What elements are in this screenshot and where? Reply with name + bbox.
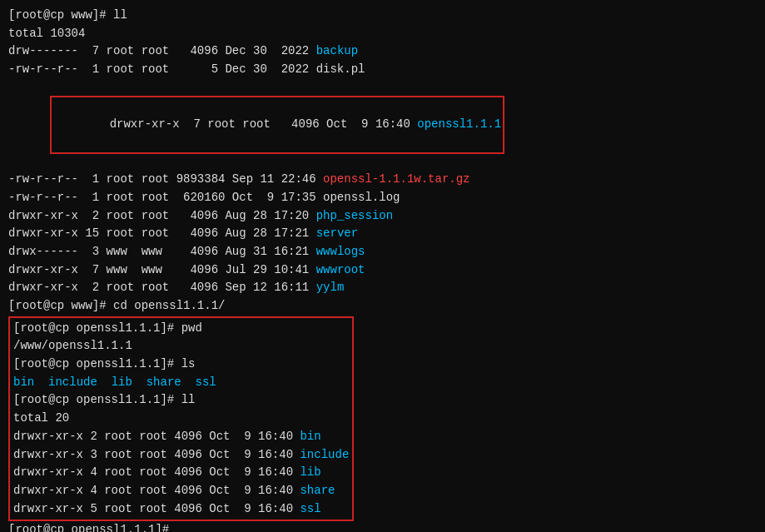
line-24: drwxr-xr-x 5 root root 4096 Oct 9 16:40 …: [13, 500, 349, 519]
line-5-openssl-dir: drwxr-xr-x 7 root root 4096 Oct 9 16:40 …: [8, 79, 757, 171]
line-21: drwxr-xr-x 3 root root 4096 Oct 9 16:40 …: [13, 446, 349, 465]
line-9: drwxr-xr-x 15 root root 4096 Aug 28 17:2…: [8, 225, 757, 243]
line-3: drw------- 7 root root 4096 Dec 30 2022 …: [8, 42, 757, 61]
terminal-window: [root@cp www]# ll total 10304 drw-------…: [0, 0, 765, 532]
line-14: [root@cp openssl1.1.1]# pwd: [13, 320, 349, 338]
line-18: [root@cp openssl1.1.1]# ll: [13, 391, 349, 410]
line-2: total 10304: [8, 25, 757, 43]
line-4: -rw-r--r-- 1 root root 5 Dec 30 2022 dis…: [8, 61, 757, 79]
line-20: drwxr-xr-x 2 root root 4096 Oct 9 16:40 …: [13, 428, 349, 446]
line-25: [root@cp openssl1.1.1]#: [8, 521, 757, 532]
line-22: drwxr-xr-x 4 root root 4096 Oct 9 16:40 …: [13, 464, 349, 482]
line-23: drwxr-xr-x 4 root root 4096 Oct 9 16:40 …: [13, 482, 349, 500]
line-7: -rw-r--r-- 1 root root 620160 Oct 9 17:3…: [8, 189, 757, 207]
line-1: [root@cp www]# ll: [8, 7, 757, 25]
line-13: [root@cp www]# cd openssl1.1.1/: [8, 297, 757, 316]
openssl-directory-box: [root@cp openssl1.1.1]# pwd /www/openssl…: [8, 316, 354, 522]
line-16: [root@cp openssl1.1.1]# ls: [13, 355, 349, 374]
line-8: drwxr-xr-x 2 root root 4096 Aug 28 17:20…: [8, 207, 757, 226]
line-10: drwx------ 3 www www 4096 Aug 31 16:21 w…: [8, 243, 757, 261]
line-17: bin include lib share ssl: [13, 374, 349, 392]
line-11: drwxr-xr-x 7 www www 4096 Jul 29 10:41 w…: [8, 261, 757, 280]
line-6: -rw-r--r-- 1 root root 9893384 Sep 11 22…: [8, 171, 757, 189]
terminal-content: [root@cp www]# ll total 10304 drw-------…: [8, 7, 757, 532]
line-19: total 20: [13, 410, 349, 428]
line-15: /www/openssl1.1.1: [13, 337, 349, 355]
line-12: drwxr-xr-x 2 root root 4096 Sep 12 16:11…: [8, 279, 757, 297]
